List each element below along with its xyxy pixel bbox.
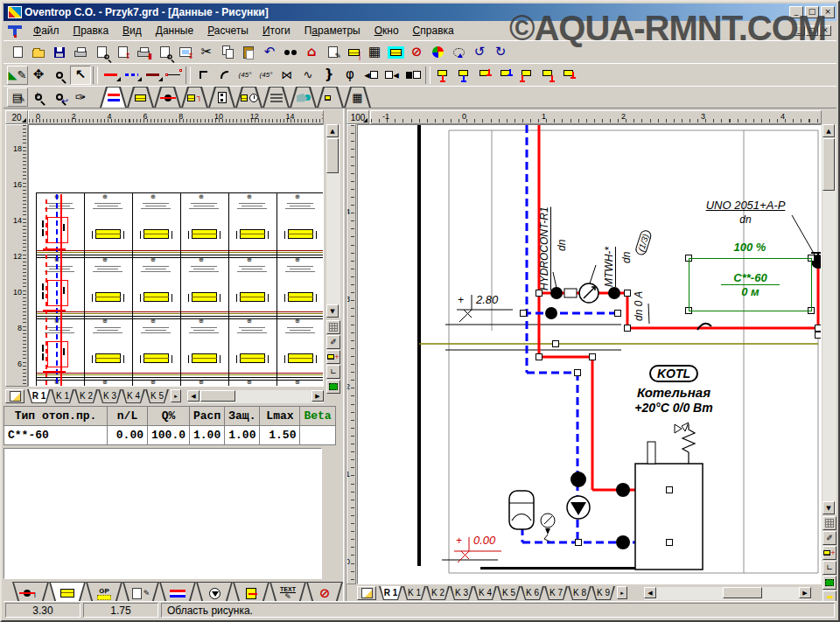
table-cell[interactable]: 1.00 — [190, 426, 225, 445]
scroll-thumb[interactable] — [200, 390, 235, 402]
right-vertical-scrollbar[interactable]: ▲ ▼ — [822, 124, 836, 514]
measure-button[interactable]: ✐ — [326, 335, 340, 349]
menu-item-6[interactable]: Итоги — [256, 22, 298, 39]
scroll-down-icon[interactable]: ▼ — [326, 304, 339, 318]
angle-button[interactable]: ∟ — [822, 561, 836, 575]
category-connections-tab[interactable] — [317, 87, 344, 108]
scroll-left-icon[interactable]: ◀ — [644, 587, 656, 598]
hydrocont-dn-label[interactable]: dn — [556, 190, 568, 251]
category-grid-tab[interactable]: ▦ — [344, 87, 371, 108]
forbid-button[interactable]: ⊘ — [406, 43, 427, 62]
sheet-tab-K8[interactable]: K 8 — [568, 586, 592, 600]
connect-box-right-button[interactable]: ◂ — [382, 66, 402, 85]
plug-button[interactable] — [402, 66, 424, 85]
uno-label[interactable]: UNO 2051+A-P — [694, 199, 797, 212]
sheet-tab-K1[interactable]: K 1 — [51, 389, 74, 403]
snap-grid-button[interactable] — [822, 516, 836, 530]
riser-button[interactable]: φ — [340, 66, 360, 85]
upper-elevation-label[interactable]: 2.80 — [476, 293, 498, 306]
lasso-button[interactable] — [448, 43, 469, 62]
paste-button[interactable] — [238, 43, 259, 62]
table-cell[interactable]: 1.50 — [260, 426, 300, 445]
zoom-tool-button[interactable] — [49, 66, 70, 85]
building-button[interactable]: ⌂ — [301, 43, 322, 62]
save-file-button[interactable] — [49, 43, 70, 62]
arc-45-right-button[interactable]: (45° — [256, 66, 276, 85]
sheet-tab-R1[interactable]: R 1 — [379, 586, 402, 600]
table-header-2[interactable]: n/L — [108, 407, 148, 426]
copy-button[interactable] — [217, 43, 238, 62]
open-file-button[interactable] — [28, 43, 49, 62]
page-setup-button[interactable]: ↕ — [112, 43, 133, 62]
add-radiator-button[interactable]: + — [822, 546, 836, 560]
print-button[interactable] — [70, 43, 91, 62]
left-horizontal-scrollbar[interactable]: ◀ ▶ — [187, 390, 324, 403]
child-minimize-button[interactable]: _ — [793, 25, 805, 36]
radiator-var-5-button[interactable] — [516, 66, 537, 85]
pipe-other-button[interactable] — [142, 66, 163, 85]
edit-mode-button[interactable]: ◣✎ — [7, 66, 28, 85]
radiator-results-table[interactable]: Тип отоп.пр.n/LQ%РаспЗащ.LmaxBetaC**-600… — [4, 406, 336, 445]
table-header-6[interactable]: Lmax — [260, 407, 300, 426]
sheet-tab-K3[interactable]: K 3 — [450, 586, 473, 600]
menu-item-3[interactable]: Вид — [116, 22, 149, 39]
drawing-sheet-button[interactable]: ✎ — [322, 43, 343, 62]
scroll-up-icon[interactable]: ▲ — [822, 124, 835, 137]
table-cell[interactable]: 0.00 — [108, 426, 148, 445]
undo-button[interactable]: ↶ — [259, 43, 280, 62]
scroll-thumb[interactable] — [326, 138, 339, 173]
category-valves-tab[interactable] — [154, 87, 181, 108]
menu-item-5[interactable]: Расчеты — [200, 22, 256, 39]
angle-button[interactable]: ∟ — [326, 365, 340, 379]
print-preview-button[interactable] — [91, 43, 112, 62]
category-timers-tab[interactable] — [235, 87, 262, 108]
screen-view-button[interactable]: ↕ — [175, 43, 196, 62]
sheet-tab-K2[interactable]: K 2 — [426, 586, 450, 600]
sheet-tab-K4[interactable]: K 4 — [122, 389, 145, 403]
connect-box-left-button[interactable]: ◂ — [360, 66, 382, 85]
table-header-1[interactable]: Тип отоп.пр. — [4, 407, 108, 426]
scroll-right-icon[interactable]: ▶ — [312, 390, 324, 402]
zone-grid-button[interactable] — [326, 380, 340, 394]
menu-item-2[interactable]: Правка — [66, 22, 116, 39]
zoom-in-button[interactable]: + — [28, 87, 49, 107]
pipe-supply-button[interactable] — [100, 66, 121, 85]
pipe-dn-label[interactable]: dn 0 A — [633, 262, 645, 321]
radiator-var-6-button[interactable] — [537, 66, 558, 85]
sheet-list-button[interactable] — [5, 389, 24, 403]
pan-tool-button[interactable]: ✥ — [28, 66, 49, 85]
pipe-return-button[interactable] — [121, 66, 142, 85]
category-pipes-tab[interactable] — [100, 87, 127, 108]
scroll-thumb[interactable] — [723, 587, 762, 598]
room-name-label[interactable]: Котельная — [617, 385, 731, 400]
format-brush-button[interactable]: ✑ — [70, 87, 91, 107]
measure-button[interactable]: ✐ — [822, 531, 836, 545]
menu-item-4[interactable]: Данные — [149, 22, 200, 39]
right-horizontal-scrollbar[interactable]: ◀ ▶ — [644, 587, 811, 600]
radiator-object[interactable]: C**-60 0 м — [689, 258, 812, 311]
tab-scroll-right-icon[interactable]: ▸ — [617, 586, 627, 599]
radiator-percent-label[interactable]: 100 % — [697, 241, 802, 254]
mtwh-label[interactable]: MTWH-* — [603, 195, 615, 287]
pipe-points-button[interactable] — [163, 66, 184, 85]
category-areas-tab[interactable] — [290, 87, 317, 108]
sheet-tab-K5[interactable]: K 5 — [497, 586, 521, 600]
zoom-prev-button[interactable]: ↩ — [49, 87, 70, 107]
table-cell[interactable]: C**-60 — [4, 426, 108, 445]
table-cell[interactable]: 100.0 — [148, 426, 190, 445]
tab-scroll-right-icon[interactable]: ▸ — [171, 389, 181, 402]
scroll-thumb[interactable] — [822, 138, 835, 191]
mirror-left-button[interactable]: ↺ — [469, 43, 490, 62]
scroll-left-icon[interactable]: ◀ — [187, 390, 200, 402]
radiator-connect-active-button[interactable] — [385, 43, 406, 62]
minimize-button[interactable]: _ — [789, 6, 803, 18]
zoom-document-button[interactable] — [154, 43, 175, 62]
plan-canvas[interactable]: ⊕⊕⊕⊕⊕⊕⊕⊕⊕⊕⊕⊕⊕⊕⊕⊕⊕⊕⊕⊕⊕⊕⊕⊕ — [28, 124, 324, 387]
crossover-button[interactable]: ⋈ — [276, 66, 298, 85]
scroll-right-icon[interactable]: ▶ — [799, 587, 811, 598]
table-header-3[interactable]: Q% — [148, 407, 190, 426]
sheet-tab-K4[interactable]: K 4 — [473, 586, 497, 600]
sheet-tab-K6[interactable]: K 6 — [521, 586, 544, 600]
new-file-button[interactable] — [7, 43, 28, 62]
table-header-4[interactable]: Расп — [190, 407, 225, 426]
